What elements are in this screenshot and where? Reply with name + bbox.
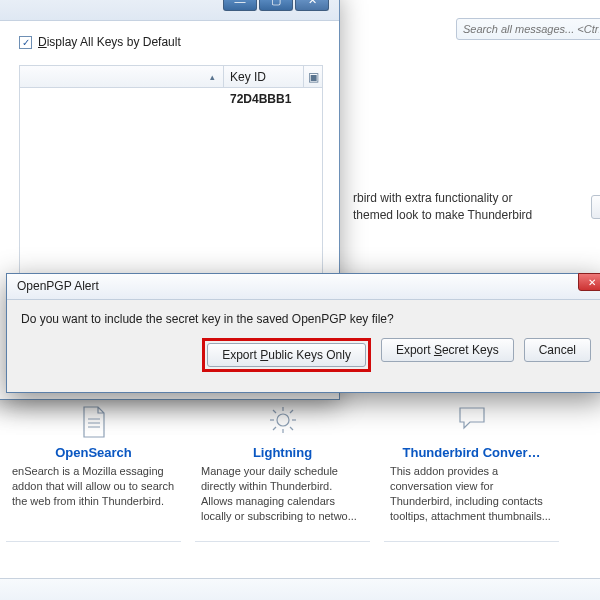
addon-desc: enSearch is a Mozilla essaging addon tha… (12, 464, 175, 509)
addon-title[interactable]: Lightning (201, 445, 364, 460)
blurb-line2: themed look to make Thunderbird (353, 208, 532, 222)
checkbox-label: Display All Keys by Default (38, 35, 181, 49)
search-input[interactable] (456, 18, 600, 40)
addon-title[interactable]: OpenSearch (12, 445, 175, 460)
cancel-button[interactable]: Cancel (524, 338, 591, 362)
dialog-button-row: Export Public Keys Only Export Secret Ke… (7, 338, 600, 382)
svg-line-8 (273, 410, 276, 413)
display-all-keys-checkbox[interactable]: Display All Keys by Default (19, 35, 323, 49)
tutorial-highlight: Export Public Keys Only (202, 338, 371, 372)
feature-button-partial[interactable] (591, 195, 600, 219)
checkbox-checked-icon (19, 36, 32, 49)
addon-desc: Manage your daily schedule directly with… (201, 464, 364, 523)
svg-line-9 (290, 427, 293, 430)
column-picker-icon[interactable]: ▣ (304, 66, 322, 87)
addons-row: OpenSearch enSearch is a Mozilla essagin… (0, 405, 600, 542)
addon-desc: This addon provides a conversation view … (390, 464, 553, 523)
addon-card-opensearch[interactable]: OpenSearch enSearch is a Mozilla essagin… (6, 405, 181, 542)
openpgp-alert-dialog: OpenPGP Alert ✕ Do you want to include t… (6, 273, 600, 393)
grid-header: Key ID ▣ (20, 66, 322, 88)
blurb-line1: rbird with extra functionality or (353, 191, 512, 205)
export-public-keys-button[interactable]: Export Public Keys Only (207, 343, 366, 367)
footer-strip (0, 578, 600, 600)
dialog-message: Do you want to include the secret key in… (7, 300, 600, 338)
sun-icon (201, 405, 364, 441)
comment-icon (390, 405, 553, 441)
addon-card-conversations[interactable]: Thunderbird Conver… This addon provides … (384, 405, 559, 542)
close-button[interactable]: ✕ (295, 0, 329, 11)
svg-line-11 (290, 410, 293, 413)
minimize-button[interactable]: — (223, 0, 257, 11)
column-name-sorted[interactable] (20, 66, 224, 87)
export-secret-keys-button[interactable]: Export Secret Keys (381, 338, 514, 362)
svg-point-3 (277, 414, 289, 426)
column-key-id[interactable]: Key ID (224, 66, 304, 87)
svg-line-10 (273, 427, 276, 430)
document-icon (12, 405, 175, 441)
key-id-cell[interactable]: 72D4BBB1 (230, 92, 322, 106)
addon-title[interactable]: Thunderbird Conver… (390, 445, 553, 460)
page-blurb: rbird with extra functionality or themed… (353, 190, 593, 224)
close-icon[interactable]: ✕ (578, 273, 600, 291)
dialog-title-text: OpenPGP Alert (17, 279, 99, 293)
addon-card-lightning[interactable]: Lightning Manage your daily schedule dir… (195, 405, 370, 542)
key-manager-titlebar[interactable]: — ▢ ✕ (0, 0, 339, 21)
dialog-titlebar[interactable]: OpenPGP Alert ✕ (7, 274, 600, 300)
maximize-button[interactable]: ▢ (259, 0, 293, 11)
